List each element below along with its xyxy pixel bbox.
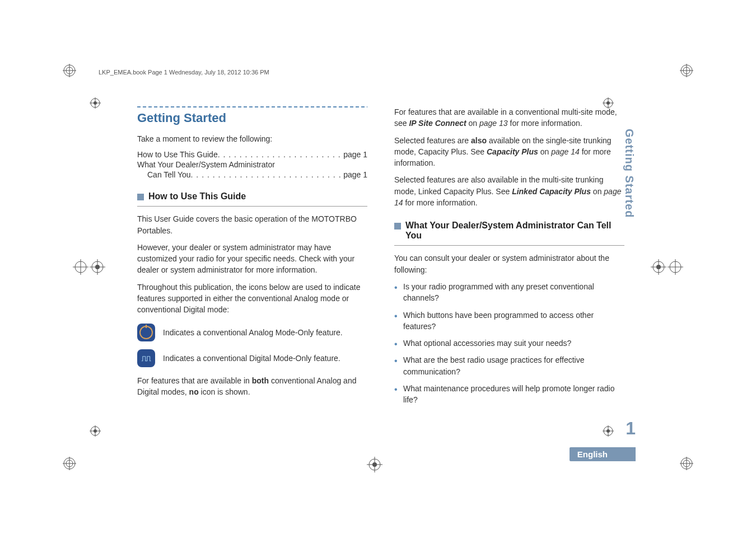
list-item: What maintenance procedures will help pr… <box>394 383 624 406</box>
body-paragraph: Throughout this publication, the icons b… <box>137 282 367 316</box>
list-item: What optional accessories may suit your … <box>394 338 624 349</box>
subheading-how-to-use: How to Use This Guide <box>137 191 367 202</box>
icon-caption: Indicates a conventional Analog Mode-Onl… <box>163 328 343 337</box>
body-paragraph: You can consult your dealer or system ad… <box>394 252 624 275</box>
register-mark-icon <box>73 259 88 275</box>
body-paragraph: Selected features are also available in … <box>394 174 624 208</box>
body-paragraph: Selected features are also available on … <box>394 135 624 169</box>
toc-label: How to Use This Guide <box>137 150 218 159</box>
intro-text: Take a moment to review the following: <box>137 133 367 144</box>
subhead-text: How to Use This Guide <box>148 191 246 202</box>
toc-entry: What Your Dealer/System Administrator <box>137 160 367 169</box>
crop-mark-icon <box>63 457 76 470</box>
toc-page: page 1 <box>341 170 367 179</box>
side-tab-label: Getting Started <box>623 129 636 218</box>
digital-glyph-icon: ⎍⎍ <box>142 354 151 363</box>
digital-mode-icon: ⎍⎍ <box>137 349 155 367</box>
subhead-text: What Your Dealer/System Administrator Ca… <box>405 221 624 241</box>
icon-legend-row: Indicates a conventional Analog Mode-Onl… <box>137 324 367 341</box>
toc-entry: Can Tell You page 1 <box>137 170 367 179</box>
list-item: Is your radio programmed with any preset… <box>394 281 624 304</box>
crop-mark-icon <box>680 64 693 77</box>
register-mark-icon <box>651 259 666 275</box>
toc-dots <box>218 150 341 159</box>
divider <box>137 206 367 207</box>
left-column: Getting Started Take a moment to review … <box>137 106 367 411</box>
toc-dots <box>191 170 342 179</box>
icon-caption: Indicates a conventional Digital Mode-On… <box>163 354 340 363</box>
dashed-rule <box>137 106 367 107</box>
body-paragraph: For features that are available in both … <box>137 375 367 398</box>
page-content: Getting Started Take a moment to review … <box>137 106 624 453</box>
register-mark-icon <box>367 457 382 472</box>
icon-legend-row: ⎍⎍ Indicates a conventional Digital Mode… <box>137 349 367 367</box>
body-paragraph: For features that are available in a con… <box>394 106 624 129</box>
toc-label: What Your Dealer/System Administrator <box>137 160 275 169</box>
print-header-line: LKP_EMEA.book Page 1 Wednesday, July 18,… <box>99 69 269 76</box>
toc-page: page 1 <box>341 150 367 159</box>
crop-mark-icon <box>680 457 693 470</box>
crop-mark-icon <box>63 64 76 77</box>
register-mark-icon <box>90 259 105 275</box>
list-item: Which buttons have been programmed to ac… <box>394 310 624 332</box>
register-mark-icon <box>90 425 101 437</box>
divider <box>394 245 624 246</box>
analog-mode-icon <box>137 324 155 341</box>
register-mark-icon <box>668 259 683 275</box>
subhead-marker-icon <box>394 223 401 229</box>
bullet-list: Is your radio programmed with any preset… <box>394 281 624 406</box>
language-strip: English <box>570 447 636 461</box>
subheading-dealer-admin: What Your Dealer/System Administrator Ca… <box>394 221 624 241</box>
analog-glyph-icon <box>139 326 153 339</box>
register-mark-icon <box>90 97 101 109</box>
toc-label: Can Tell You <box>147 170 191 179</box>
body-paragraph: This User Guide covers the basic operati… <box>137 213 367 236</box>
section-title: Getting Started <box>137 111 367 125</box>
list-item: What are the best radio usage practices … <box>394 354 624 377</box>
page-number: 1 <box>626 418 636 439</box>
toc-entry: How to Use This Guide page 1 <box>137 150 367 159</box>
subhead-marker-icon <box>137 194 144 200</box>
right-column: For features that are available in a con… <box>394 106 624 411</box>
body-paragraph: However, your dealer or system administr… <box>137 242 367 276</box>
